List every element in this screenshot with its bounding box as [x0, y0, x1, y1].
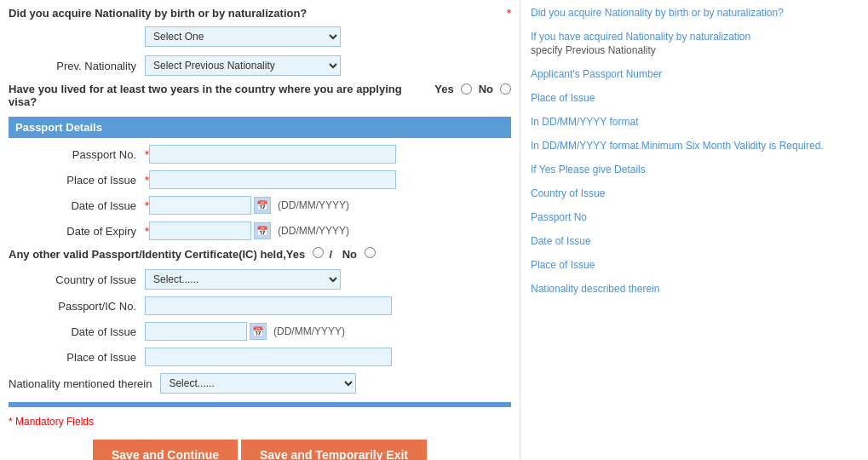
button-row: Save and Continue Save and Temporarily E… — [9, 431, 511, 460]
date-of-issue-ic-label: Date of Issue — [9, 325, 145, 338]
mandatory-text: * Mandatory Fields — [9, 412, 511, 431]
help-item-4: In DD/MM/YYYY format — [531, 116, 858, 128]
date-of-expiry-row: Date of Expiry * 📅 (DD/MM/YYYY) — [9, 221, 511, 240]
help-title-11[interactable]: Nationality described therein — [531, 283, 858, 295]
help-item-6: If Yes Please give Details — [531, 164, 858, 175]
place-of-issue-label: Place of Issue — [9, 174, 145, 187]
other-passport-row: Any other valid Passport/Identity Certif… — [9, 247, 511, 261]
save-continue-button[interactable]: Save and Continue — [93, 440, 238, 460]
content-area: Did you acquire Nationality by birth or … — [0, 0, 868, 460]
help-title-5[interactable]: In DD/MM/YYYY format.Minimum Six Month V… — [531, 140, 858, 152]
lived-no-radio[interactable] — [500, 83, 511, 95]
date-of-expiry-label: Date of Expiry — [9, 225, 145, 238]
help-item-7: Country of Issue — [531, 187, 858, 199]
nationality-question-text: Did you acquire Nationality by birth or … — [9, 7, 507, 20]
prev-nationality-row: Prev. Nationality Select Previous Nation… — [9, 55, 511, 76]
other-passport-no-radio[interactable] — [365, 247, 376, 258]
help-title-7[interactable]: Country of Issue — [531, 187, 858, 199]
passport-section-header: Passport Details — [9, 117, 511, 138]
date-of-expiry-hint: (DD/MM/YYYY) — [278, 225, 349, 237]
help-title-1[interactable]: If you have acquired Nationality by natu… — [531, 31, 858, 43]
help-item-3: Place of Issue — [531, 92, 858, 104]
date-of-issue-ic-input[interactable] — [145, 322, 247, 341]
lived-yes-radio[interactable] — [461, 83, 472, 95]
lived-two-years-text: Have you lived for at least two years in… — [9, 83, 426, 108]
date-of-issue-wrap: 📅 (DD/MM/YYYY) — [149, 196, 349, 215]
date-of-issue-ic-hint: (DD/MM/YYYY) — [273, 325, 345, 337]
nationality-select[interactable]: Select One Birth Naturalization — [145, 26, 341, 47]
help-title-4[interactable]: In DD/MM/YYYY format — [531, 116, 858, 128]
help-sub-1: specify Previous Nationality — [531, 44, 858, 56]
date-of-issue-ic-calendar-icon[interactable]: 📅 — [250, 323, 267, 340]
help-title-10[interactable]: Place of Issue — [531, 259, 858, 271]
passport-no-row: Passport No. * — [9, 145, 511, 164]
date-of-expiry-input[interactable] — [149, 221, 251, 240]
passport-section-title: Passport Details — [15, 121, 102, 134]
no-label: No — [479, 83, 493, 95]
help-title-2[interactable]: Applicant's Passport Number — [531, 68, 858, 80]
nationality-required: * — [507, 7, 511, 20]
passport-ic-no-label: Passport/IC No. — [9, 300, 145, 313]
prev-nationality-select[interactable]: Select Previous Nationality — [145, 55, 341, 76]
other-passport-no-label: No — [342, 248, 357, 261]
help-title-8[interactable]: Passport No — [531, 211, 858, 223]
right-panel: Did you acquire Nationality by birth or … — [520, 0, 868, 460]
mandatory-bar — [9, 402, 511, 407]
passport-ic-no-input[interactable] — [145, 296, 392, 315]
help-title-0[interactable]: Did you acquire Nationality by birth or … — [531, 7, 858, 19]
main-container: Did you acquire Nationality by birth or … — [0, 0, 868, 460]
date-of-issue-ic-wrap: 📅 (DD/MM/YYYY) — [145, 322, 345, 341]
save-exit-button[interactable]: Save and Temporarily Exit — [241, 440, 427, 460]
date-of-issue-row: Date of Issue * 📅 (DD/MM/YYYY) — [9, 196, 511, 215]
country-of-issue-label: Country of Issue — [9, 273, 145, 286]
lived-two-years-row: Have you lived for at least two years in… — [9, 83, 511, 108]
place-of-issue-row: Place of Issue * — [9, 170, 511, 189]
nationality-mentioned-select[interactable]: Select...... — [160, 373, 356, 394]
date-of-issue-ic-row: Date of Issue 📅 (DD/MM/YYYY) — [9, 322, 511, 341]
date-of-expiry-calendar-icon[interactable]: 📅 — [254, 222, 271, 239]
date-of-issue-hint: (DD/MM/YYYY) — [278, 199, 349, 211]
help-item-8: Passport No — [531, 211, 858, 223]
help-item-5: In DD/MM/YYYY format.Minimum Six Month V… — [531, 140, 858, 152]
other-passport-question: Any other valid Passport/Identity Certif… — [9, 248, 305, 261]
help-item-1: If you have acquired Nationality by natu… — [531, 31, 858, 56]
passport-no-input[interactable] — [149, 145, 396, 164]
help-title-6[interactable]: If Yes Please give Details — [531, 164, 858, 175]
place-of-issue-input[interactable] — [149, 170, 396, 189]
help-item-11: Nationality described therein — [531, 283, 858, 295]
country-of-issue-select[interactable]: Select...... — [145, 269, 341, 290]
nationality-mentioned-label: Nationality mentioned therein — [9, 377, 160, 390]
yes-label: Yes — [434, 83, 453, 95]
help-title-9[interactable]: Date of Issue — [531, 235, 858, 247]
prev-nationality-label: Prev. Nationality — [9, 60, 145, 72]
left-panel: Did you acquire Nationality by birth or … — [0, 0, 520, 460]
help-item-0: Did you acquire Nationality by birth or … — [531, 7, 858, 19]
help-item-10: Place of Issue — [531, 259, 858, 271]
place-of-issue-ic-input[interactable] — [145, 348, 392, 366]
passport-ic-no-row: Passport/IC No. — [9, 296, 511, 315]
help-item-2: Applicant's Passport Number — [531, 68, 858, 80]
help-item-9: Date of Issue — [531, 235, 858, 247]
date-of-issue-label: Date of Issue — [9, 199, 145, 212]
country-of-issue-row: Country of Issue Select...... — [9, 269, 511, 290]
date-of-issue-input[interactable] — [149, 196, 251, 215]
other-passport-yes-radio[interactable] — [313, 247, 324, 258]
other-passport-text: Any other valid Passport/Identity Certif… — [9, 247, 511, 261]
nationality-mentioned-row: Nationality mentioned therein Select....… — [9, 373, 511, 394]
passport-details-section: Passport No. * Place of Issue * Date of … — [9, 145, 511, 240]
place-of-issue-ic-label: Place of Issue — [9, 351, 145, 364]
nationality-select-row: Select One Birth Naturalization — [145, 26, 511, 47]
help-title-3[interactable]: Place of Issue — [531, 92, 858, 104]
place-of-issue-ic-row: Place of Issue — [9, 348, 511, 366]
nationality-question-row: Did you acquire Nationality by birth or … — [9, 7, 511, 20]
date-of-issue-calendar-icon[interactable]: 📅 — [254, 197, 271, 214]
date-of-expiry-wrap: 📅 (DD/MM/YYYY) — [149, 221, 349, 240]
passport-no-label: Passport No. — [9, 148, 145, 161]
